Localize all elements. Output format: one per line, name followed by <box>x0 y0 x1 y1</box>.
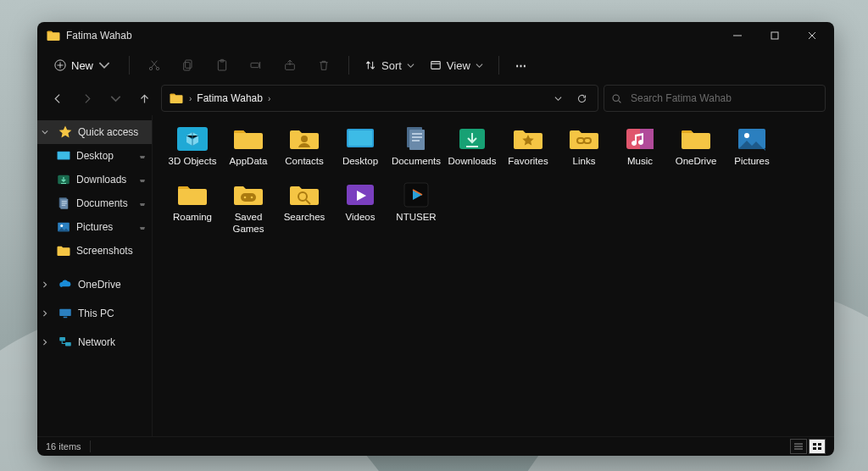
more-button[interactable]: ⋯ <box>509 53 535 77</box>
svg-rect-0 <box>771 32 778 39</box>
item-label: Videos <box>346 212 376 224</box>
chevron-right-icon[interactable] <box>37 281 53 288</box>
rename-button[interactable] <box>242 53 270 77</box>
folder-item[interactable]: Links <box>558 124 610 168</box>
folder-item[interactable]: Music <box>614 124 666 168</box>
item-label: Roaming <box>173 212 212 224</box>
pictures-folder-icon <box>735 124 769 152</box>
folder-item[interactable]: Pictures <box>726 124 778 168</box>
desktop-folder-icon <box>343 124 377 152</box>
folder-item[interactable]: OneDrive <box>670 124 722 168</box>
folder-item[interactable]: AppData <box>222 124 275 168</box>
download-icon <box>56 172 71 187</box>
sort-button[interactable]: Sort <box>359 56 420 75</box>
address-bar[interactable]: › Fatima Wahab › <box>161 85 598 112</box>
item-label: NTUSER <box>396 212 436 224</box>
search-box[interactable] <box>604 85 826 112</box>
view-button-label: View <box>447 59 470 72</box>
delete-button[interactable] <box>309 53 338 77</box>
svg-rect-22 <box>65 342 71 346</box>
folder-item[interactable]: Saved Games <box>222 180 275 236</box>
status-bar: 16 items <box>37 436 834 456</box>
share-button[interactable] <box>275 53 304 77</box>
maximize-button[interactable] <box>756 22 793 49</box>
item-label: Favorites <box>508 156 548 168</box>
chevron-right-icon[interactable] <box>37 310 53 317</box>
refresh-button[interactable] <box>572 93 591 104</box>
forward-button[interactable] <box>75 86 98 111</box>
item-label: Searches <box>284 212 326 224</box>
svg-rect-36 <box>241 193 256 202</box>
folder-item[interactable]: Videos <box>334 180 387 236</box>
sidebar-item-pictures[interactable]: Pictures <box>37 215 152 239</box>
svg-point-3 <box>156 67 159 69</box>
breadcrumb-segment[interactable]: Fatima Wahab <box>197 92 263 104</box>
sidebar-item-onedrive[interactable]: OneDrive <box>37 273 152 296</box>
star-icon <box>58 125 73 140</box>
sidebar-item-desktop[interactable]: Desktop <box>37 144 152 168</box>
details-view-button[interactable] <box>790 439 807 454</box>
chevron-right-icon[interactable] <box>37 339 53 346</box>
folder-item[interactable]: Desktop <box>334 124 387 168</box>
item-label: Desktop <box>342 156 378 168</box>
svg-rect-20 <box>64 317 68 319</box>
breadcrumb-sep-icon[interactable]: › <box>268 94 270 103</box>
svg-rect-45 <box>818 447 821 450</box>
icons-view-button[interactable] <box>809 439 826 454</box>
address-history-button[interactable] <box>548 95 567 103</box>
sidebar-item-label: Network <box>78 336 147 348</box>
sidebar-item-quick-access[interactable]: Quick access <box>37 120 152 144</box>
svg-point-35 <box>744 133 749 138</box>
copy-button[interactable] <box>174 53 203 77</box>
folder-item[interactable]: Documents <box>390 124 442 168</box>
paste-button[interactable] <box>208 53 236 77</box>
breadcrumb-sep-icon[interactable]: › <box>189 94 192 103</box>
view-mode-toggle <box>790 439 826 454</box>
folder-item[interactable]: Roaming <box>166 180 219 236</box>
chevron-down-icon[interactable] <box>37 129 53 136</box>
cut-button[interactable] <box>140 53 169 77</box>
file-item[interactable]: NTUSER <box>390 180 442 236</box>
item-label: Documents <box>392 156 441 168</box>
file-explorer-window: Fatima Wahab New Sort View ⋯ <box>37 22 834 456</box>
folder-icon <box>175 180 209 208</box>
sidebar-item-label: Pictures <box>76 221 133 233</box>
sidebar-item-screenshots[interactable]: Screenshots <box>37 239 152 263</box>
pin-icon <box>138 197 147 210</box>
sidebar-item-label: This PC <box>78 308 147 319</box>
close-button[interactable] <box>793 22 831 49</box>
recent-dropdown[interactable] <box>103 86 127 111</box>
svg-rect-16 <box>60 199 68 209</box>
folder-item[interactable]: Downloads <box>446 124 498 168</box>
item-label: Links <box>573 156 596 168</box>
svg-point-11 <box>613 95 619 101</box>
sidebar-item-this-pc[interactable]: This PC <box>37 302 152 325</box>
downloads-folder-icon <box>455 124 489 152</box>
back-button[interactable] <box>46 86 70 111</box>
svg-point-38 <box>251 196 253 198</box>
onedrive-icon <box>58 277 73 292</box>
svg-point-18 <box>60 224 63 227</box>
folder-item[interactable]: Favorites <box>502 124 554 168</box>
pin-icon <box>138 221 147 234</box>
minimize-button[interactable] <box>719 22 756 49</box>
up-button[interactable] <box>132 86 156 111</box>
documents-folder-icon <box>399 124 433 152</box>
svg-point-24 <box>301 136 308 142</box>
3d-objects-icon <box>175 124 209 152</box>
content-pane[interactable]: 3D Objects AppData Contacts Desktop Docu… <box>153 115 834 436</box>
toolbar-divider <box>129 56 130 75</box>
sidebar-item-documents[interactable]: Documents <box>37 191 152 215</box>
folder-item[interactable]: Contacts <box>278 124 331 168</box>
sidebar-item-network[interactable]: Network <box>37 330 152 354</box>
window-title: Fatima Wahab <box>66 30 132 42</box>
searches-folder-icon <box>287 180 321 208</box>
svg-point-2 <box>149 67 152 69</box>
sidebar-item-downloads[interactable]: Downloads <box>37 168 152 191</box>
folder-item[interactable]: 3D Objects <box>166 124 219 168</box>
search-input[interactable] <box>629 91 818 105</box>
new-button[interactable]: New <box>46 56 119 75</box>
item-label: Downloads <box>448 156 497 168</box>
view-button[interactable]: View <box>425 56 488 75</box>
folder-item[interactable]: Searches <box>278 180 331 236</box>
